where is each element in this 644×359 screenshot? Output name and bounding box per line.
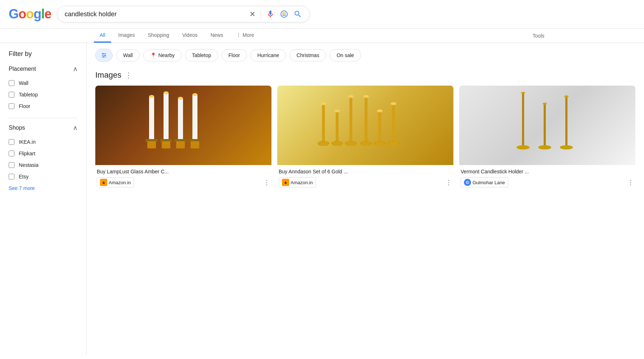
filter-flipkart[interactable]: Flipkart	[9, 148, 78, 159]
search-input[interactable]	[65, 10, 245, 18]
image-2-caption: Buy Anndason Set of 6 Gold ...	[279, 169, 452, 174]
image-card-1[interactable]: Buy LampLust Glass Amber C... a Amazon.i…	[95, 86, 271, 189]
filter-tabletop-checkbox[interactable]	[9, 92, 14, 98]
svg-point-24	[321, 102, 326, 105]
chip-filter-icon[interactable]	[95, 49, 113, 62]
search-icons: ✕	[249, 10, 302, 18]
image-card-2[interactable]: Buy Anndason Set of 6 Gold ... a Amazon.…	[277, 86, 453, 189]
chip-wall-label: Wall	[123, 52, 133, 58]
amazon-name-2: Amazon.in	[291, 180, 313, 185]
chip-tabletop[interactable]: Tabletop	[185, 49, 218, 61]
tab-shopping[interactable]: Shopping	[142, 29, 175, 43]
chip-wall[interactable]: Wall	[116, 49, 140, 61]
search-icon	[293, 10, 302, 18]
filter-ikea-label: IKEA.in	[19, 139, 36, 145]
filter-wall[interactable]: Wall	[9, 77, 78, 89]
svg-rect-51	[544, 104, 546, 147]
svg-point-28	[334, 109, 340, 112]
filter-nestasia[interactable]: Nestasia	[9, 159, 78, 171]
filter-tabletop[interactable]: Tabletop	[9, 89, 78, 100]
tab-all[interactable]: All	[94, 29, 111, 43]
tools-button[interactable]: Tools	[527, 29, 550, 42]
chip-on-sale[interactable]: On sale	[330, 49, 361, 61]
filter-floor[interactable]: Floor	[9, 100, 78, 112]
chip-hurricane[interactable]: Hurricane	[251, 49, 286, 61]
svg-rect-42	[375, 142, 384, 146]
svg-point-48	[521, 92, 525, 94]
sidebar-divider-1	[9, 118, 78, 118]
amazon-badge-2[interactable]: a Amazon.in	[279, 177, 316, 187]
chip-nearby[interactable]: 📍 Nearby	[143, 49, 182, 61]
svg-rect-7	[149, 96, 154, 140]
filter-ikea[interactable]: IKEA.in	[9, 136, 78, 148]
filter-floor-checkbox[interactable]	[9, 103, 14, 109]
clear-button[interactable]: ✕	[249, 10, 256, 18]
tab-more[interactable]: ⋮ More	[230, 29, 260, 43]
header: Google ✕	[0, 0, 644, 29]
svg-point-4	[104, 55, 106, 56]
shops-items: IKEA.in Flipkart Nestasia Etsy	[9, 136, 78, 182]
sidebar: Filter by Placement ∧ Wall Tabletop Floo…	[0, 43, 87, 355]
search-bar: ✕	[57, 6, 310, 22]
svg-point-10	[149, 95, 154, 98]
placement-section-header[interactable]: Placement ∧	[9, 65, 78, 73]
images-more-button[interactable]: ⋮	[125, 71, 132, 79]
gulmohar-logo: G	[464, 179, 471, 186]
gulmohar-badge[interactable]: G Gulmohar Lane	[461, 177, 508, 187]
google-logo[interactable]: Google	[9, 7, 51, 22]
filter-etsy-checkbox[interactable]	[9, 174, 14, 180]
amazon-name-1: Amazon.in	[109, 180, 131, 185]
image-3	[459, 86, 635, 165]
mic-icon	[266, 10, 275, 18]
filter-nestasia-checkbox[interactable]	[9, 162, 14, 168]
svg-rect-30	[333, 142, 341, 146]
tab-images[interactable]: Images	[113, 29, 141, 43]
main-layout: Filter by Placement ∧ Wall Tabletop Floo…	[0, 43, 644, 355]
svg-point-6	[103, 56, 104, 58]
amazon-badge-1[interactable]: a Amazon.in	[97, 177, 134, 187]
svg-point-50	[517, 145, 530, 150]
filter-tabletop-label: Tabletop	[19, 92, 38, 98]
filter-ikea-checkbox[interactable]	[9, 139, 14, 145]
card-3-more-button[interactable]: ⋮	[627, 178, 634, 186]
svg-point-40	[377, 109, 383, 112]
amazon-logo-1: a	[100, 179, 107, 186]
svg-rect-38	[362, 142, 370, 146]
svg-point-2	[102, 53, 104, 55]
chip-hurricane-label: Hurricane	[257, 52, 279, 58]
svg-rect-9	[147, 141, 156, 148]
voice-search-button[interactable]	[266, 10, 275, 18]
image-grid: Buy LampLust Glass Amber C... a Amazon.i…	[95, 86, 635, 189]
svg-rect-21	[191, 141, 199, 148]
svg-point-14	[164, 91, 169, 94]
lens-search-button[interactable]	[280, 10, 288, 18]
divider	[261, 10, 261, 18]
svg-rect-43	[392, 104, 395, 143]
images-section-title: Images	[95, 70, 121, 80]
svg-point-18	[178, 97, 183, 100]
shops-section-header[interactable]: Shops ∧	[9, 124, 78, 132]
filter-flipkart-checkbox[interactable]	[9, 151, 14, 156]
svg-rect-17	[176, 141, 185, 148]
image-1-source: a Amazon.in ⋮	[97, 177, 270, 187]
chip-floor[interactable]: Floor	[222, 49, 247, 61]
tab-videos[interactable]: Videos	[177, 29, 204, 43]
svg-point-58	[560, 145, 573, 150]
card-2-more-button[interactable]: ⋮	[445, 178, 452, 186]
chip-christmas[interactable]: Christmas	[290, 49, 326, 61]
tab-news[interactable]: News	[205, 29, 229, 43]
svg-rect-15	[178, 98, 183, 140]
image-3-info: Vermont Candlestick Holder ... G Gulmoha…	[459, 165, 635, 189]
amazon-logo-2: a	[282, 179, 289, 186]
svg-rect-47	[522, 93, 524, 147]
search-submit-button[interactable]	[293, 10, 302, 18]
shops-label: Shops	[9, 125, 25, 131]
svg-point-54	[538, 145, 551, 150]
filter-etsy[interactable]: Etsy	[9, 171, 78, 182]
filter-wall-checkbox[interactable]	[9, 80, 14, 86]
chip-floor-label: Floor	[229, 52, 240, 58]
card-1-more-button[interactable]: ⋮	[264, 178, 270, 186]
image-3-caption: Vermont Candlestick Holder ...	[461, 169, 634, 174]
image-card-3[interactable]: Vermont Candlestick Holder ... G Gulmoha…	[459, 86, 635, 189]
see-more-button[interactable]: See 7 more	[9, 185, 78, 191]
